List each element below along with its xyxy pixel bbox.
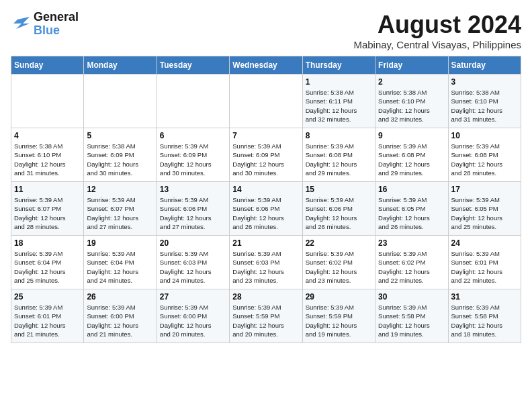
week-row-4: 18Sunrise: 5:39 AM Sunset: 6:04 PM Dayli… <box>11 236 521 289</box>
day-number: 31 <box>451 292 518 302</box>
calendar-cell: 28Sunrise: 5:39 AM Sunset: 5:59 PM Dayli… <box>230 289 302 343</box>
day-info: Sunrise: 5:39 AM Sunset: 6:06 PM Dayligh… <box>232 195 299 231</box>
calendar-cell: 1Sunrise: 5:38 AM Sunset: 6:11 PM Daylig… <box>302 75 375 128</box>
day-info: Sunrise: 5:39 AM Sunset: 5:59 PM Dayligh… <box>232 303 299 338</box>
location-subtitle: Mabinay, Central Visayas, Philippines <box>353 39 521 50</box>
calendar-cell: 15Sunrise: 5:39 AM Sunset: 6:06 PM Dayli… <box>302 182 375 236</box>
logo-line1: General <box>34 11 79 24</box>
day-info: Sunrise: 5:39 AM Sunset: 6:06 PM Dayligh… <box>160 195 226 231</box>
day-number: 20 <box>160 238 226 248</box>
day-number: 5 <box>87 131 153 140</box>
day-number: 18 <box>14 238 81 248</box>
day-number: 15 <box>306 185 372 194</box>
calendar-cell: 9Sunrise: 5:39 AM Sunset: 6:08 PM Daylig… <box>375 128 448 182</box>
day-number: 25 <box>14 292 81 302</box>
day-info: Sunrise: 5:39 AM Sunset: 6:07 PM Dayligh… <box>14 195 81 231</box>
day-info: Sunrise: 5:39 AM Sunset: 6:00 PM Dayligh… <box>87 303 153 338</box>
day-number: 23 <box>378 238 445 248</box>
svg-marker-0 <box>13 17 30 29</box>
calendar-cell: 16Sunrise: 5:39 AM Sunset: 6:05 PM Dayli… <box>375 182 448 236</box>
day-number: 17 <box>451 185 518 194</box>
page-header: General Blue August 2024 Mabinay, Centra… <box>11 11 521 50</box>
day-info: Sunrise: 5:39 AM Sunset: 6:06 PM Dayligh… <box>306 195 372 231</box>
day-info: Sunrise: 5:39 AM Sunset: 6:03 PM Dayligh… <box>232 249 299 285</box>
calendar-cell <box>11 75 84 128</box>
logo: General Blue <box>11 11 79 38</box>
day-info: Sunrise: 5:38 AM Sunset: 6:11 PM Dayligh… <box>306 88 372 124</box>
day-info: Sunrise: 5:39 AM Sunset: 6:02 PM Dayligh… <box>378 249 445 285</box>
day-number: 26 <box>87 292 153 302</box>
calendar-cell: 5Sunrise: 5:38 AM Sunset: 6:09 PM Daylig… <box>84 128 157 182</box>
weekday-header-wednesday: Wednesday <box>230 56 302 75</box>
calendar-cell: 17Sunrise: 5:39 AM Sunset: 6:05 PM Dayli… <box>448 182 521 236</box>
calendar-cell: 4Sunrise: 5:38 AM Sunset: 6:10 PM Daylig… <box>11 128 84 182</box>
calendar-cell: 30Sunrise: 5:39 AM Sunset: 5:58 PM Dayli… <box>375 289 448 343</box>
calendar-cell: 6Sunrise: 5:39 AM Sunset: 6:09 PM Daylig… <box>157 128 229 182</box>
day-info: Sunrise: 5:39 AM Sunset: 6:01 PM Dayligh… <box>451 249 518 285</box>
day-number: 8 <box>306 131 372 140</box>
weekday-header-monday: Monday <box>84 56 157 75</box>
day-info: Sunrise: 5:39 AM Sunset: 6:01 PM Dayligh… <box>14 303 81 338</box>
day-number: 12 <box>87 185 153 194</box>
day-number: 14 <box>232 185 299 194</box>
calendar-cell <box>157 75 229 128</box>
day-number: 6 <box>160 131 226 140</box>
calendar-cell: 18Sunrise: 5:39 AM Sunset: 6:04 PM Dayli… <box>11 236 84 289</box>
day-number: 3 <box>451 77 518 87</box>
calendar-cell <box>230 75 302 128</box>
weekday-header-thursday: Thursday <box>302 56 375 75</box>
logo-icon <box>11 14 31 34</box>
calendar-cell: 29Sunrise: 5:39 AM Sunset: 5:59 PM Dayli… <box>302 289 375 343</box>
calendar-cell: 27Sunrise: 5:39 AM Sunset: 6:00 PM Dayli… <box>157 289 229 343</box>
day-number: 29 <box>306 292 372 302</box>
calendar-cell: 3Sunrise: 5:38 AM Sunset: 6:10 PM Daylig… <box>448 75 521 128</box>
day-number: 11 <box>14 185 81 194</box>
calendar-cell: 21Sunrise: 5:39 AM Sunset: 6:03 PM Dayli… <box>230 236 302 289</box>
calendar-cell: 25Sunrise: 5:39 AM Sunset: 6:01 PM Dayli… <box>11 289 84 343</box>
day-info: Sunrise: 5:39 AM Sunset: 6:08 PM Dayligh… <box>378 142 445 177</box>
day-info: Sunrise: 5:39 AM Sunset: 6:00 PM Dayligh… <box>160 303 226 338</box>
calendar-cell: 20Sunrise: 5:39 AM Sunset: 6:03 PM Dayli… <box>157 236 229 289</box>
week-row-1: 1Sunrise: 5:38 AM Sunset: 6:11 PM Daylig… <box>11 75 521 128</box>
day-info: Sunrise: 5:39 AM Sunset: 6:08 PM Dayligh… <box>451 142 518 177</box>
calendar-cell: 7Sunrise: 5:39 AM Sunset: 6:09 PM Daylig… <box>230 128 302 182</box>
weekday-header-tuesday: Tuesday <box>157 56 229 75</box>
day-number: 21 <box>232 238 299 248</box>
day-number: 30 <box>378 292 445 302</box>
calendar-cell: 13Sunrise: 5:39 AM Sunset: 6:06 PM Dayli… <box>157 182 229 236</box>
day-number: 19 <box>87 238 153 248</box>
weekday-header-sunday: Sunday <box>11 56 84 75</box>
calendar-cell: 12Sunrise: 5:39 AM Sunset: 6:07 PM Dayli… <box>84 182 157 236</box>
week-row-5: 25Sunrise: 5:39 AM Sunset: 6:01 PM Dayli… <box>11 289 521 343</box>
weekday-header-row: SundayMondayTuesdayWednesdayThursdayFrid… <box>11 56 521 75</box>
calendar-cell: 11Sunrise: 5:39 AM Sunset: 6:07 PM Dayli… <box>11 182 84 236</box>
day-info: Sunrise: 5:39 AM Sunset: 6:05 PM Dayligh… <box>378 195 445 231</box>
day-number: 1 <box>306 77 372 87</box>
day-number: 16 <box>378 185 445 194</box>
calendar-cell: 31Sunrise: 5:39 AM Sunset: 5:58 PM Dayli… <box>448 289 521 343</box>
day-info: Sunrise: 5:38 AM Sunset: 6:09 PM Dayligh… <box>87 142 153 177</box>
calendar-table: SundayMondayTuesdayWednesdayThursdayFrid… <box>11 56 521 343</box>
day-number: 10 <box>451 131 518 140</box>
calendar-cell: 22Sunrise: 5:39 AM Sunset: 6:02 PM Dayli… <box>302 236 375 289</box>
day-number: 27 <box>160 292 226 302</box>
day-info: Sunrise: 5:39 AM Sunset: 5:58 PM Dayligh… <box>451 303 518 338</box>
day-info: Sunrise: 5:39 AM Sunset: 6:04 PM Dayligh… <box>14 249 81 285</box>
day-info: Sunrise: 5:39 AM Sunset: 5:58 PM Dayligh… <box>378 303 445 338</box>
week-row-2: 4Sunrise: 5:38 AM Sunset: 6:10 PM Daylig… <box>11 128 521 182</box>
logo-line2: Blue <box>34 24 60 37</box>
day-number: 7 <box>232 131 299 140</box>
day-info: Sunrise: 5:39 AM Sunset: 5:59 PM Dayligh… <box>306 303 372 338</box>
weekday-header-saturday: Saturday <box>448 56 521 75</box>
day-info: Sunrise: 5:39 AM Sunset: 6:07 PM Dayligh… <box>87 195 153 231</box>
day-number: 22 <box>306 238 372 248</box>
day-number: 2 <box>378 77 445 87</box>
day-number: 24 <box>451 238 518 248</box>
calendar-cell: 14Sunrise: 5:39 AM Sunset: 6:06 PM Dayli… <box>230 182 302 236</box>
calendar-cell: 26Sunrise: 5:39 AM Sunset: 6:00 PM Dayli… <box>84 289 157 343</box>
day-info: Sunrise: 5:38 AM Sunset: 6:10 PM Dayligh… <box>378 88 445 124</box>
day-info: Sunrise: 5:39 AM Sunset: 6:04 PM Dayligh… <box>87 249 153 285</box>
month-year-title: August 2024 <box>353 11 521 39</box>
day-info: Sunrise: 5:38 AM Sunset: 6:10 PM Dayligh… <box>451 88 518 124</box>
calendar-cell: 19Sunrise: 5:39 AM Sunset: 6:04 PM Dayli… <box>84 236 157 289</box>
